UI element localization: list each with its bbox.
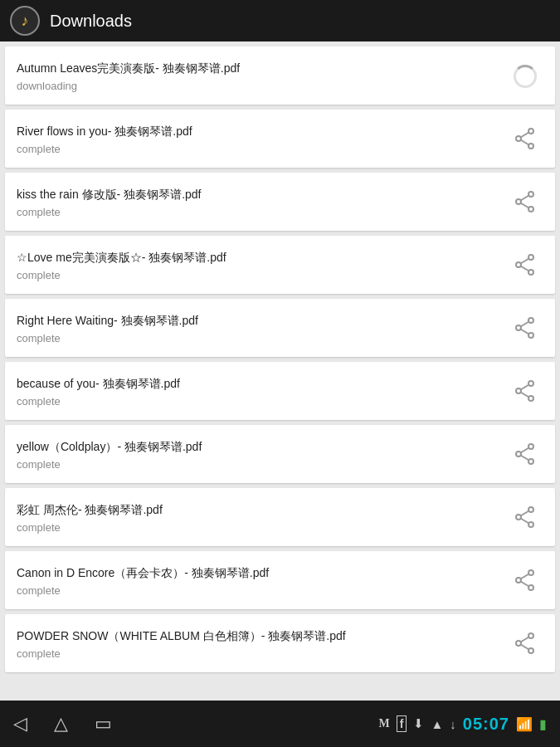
svg-line-8 xyxy=(521,195,529,200)
svg-point-6 xyxy=(528,207,533,212)
list-item: yellow（Coldplay）- 独奏钢琴谱.pdfcomplete xyxy=(5,425,555,483)
svg-point-11 xyxy=(528,270,533,275)
download-indicator-icon: ⬇ xyxy=(413,716,424,731)
list-item: ☆Love me完美演奏版☆- 独奏钢琴谱.pdfcomplete xyxy=(5,236,555,294)
svg-point-31 xyxy=(528,522,533,527)
facebook-icon: f xyxy=(397,715,407,732)
item-status: complete xyxy=(17,395,507,408)
item-status: complete xyxy=(17,143,507,155)
item-filename: because of you- 独奏钢琴谱.pdf xyxy=(17,376,507,393)
list-item: River flows in you- 独奏钢琴谱.pdfcomplete xyxy=(5,110,555,168)
item-filename: Canon in D Encore（再会卡农）- 独奏钢琴谱.pdf xyxy=(17,565,507,582)
mail-icon: M xyxy=(379,717,390,730)
item-status: complete xyxy=(17,332,507,344)
svg-point-41 xyxy=(528,648,533,653)
svg-point-12 xyxy=(516,262,521,267)
app-icon: ♪ xyxy=(10,6,40,36)
svg-point-27 xyxy=(516,452,521,456)
item-status: complete xyxy=(17,521,507,534)
bottom-bar: ◁ △ ▭ M f ⬇ ▲ ↓ 05:07 📶 ▮ xyxy=(0,701,560,747)
svg-point-20 xyxy=(528,381,533,386)
svg-point-15 xyxy=(528,318,533,323)
svg-point-36 xyxy=(528,585,533,590)
item-filename: River flows in you- 独奏钢琴谱.pdf xyxy=(17,124,507,140)
alert-icon: ▲ xyxy=(431,717,443,731)
svg-line-24 xyxy=(521,392,529,397)
nav-icons: ◁ △ ▭ xyxy=(13,713,112,735)
list-item: Right Here Waiting- 独奏钢琴谱.pdfcomplete xyxy=(5,299,555,357)
list-item: POWDER SNOW（WHITE ALBUM 白色相簿）- 独奏钢琴谱.pdf… xyxy=(5,614,555,672)
wifi-icon: 📶 xyxy=(516,716,533,732)
svg-line-39 xyxy=(521,581,529,586)
svg-line-28 xyxy=(521,447,529,452)
svg-line-4 xyxy=(521,139,529,144)
top-bar: ♪ Downloads xyxy=(0,0,560,42)
svg-point-25 xyxy=(528,444,533,449)
battery-icon: ▮ xyxy=(539,716,547,732)
svg-line-44 xyxy=(521,644,529,649)
svg-point-22 xyxy=(516,388,521,393)
share-button[interactable] xyxy=(514,443,536,467)
item-status: complete xyxy=(17,458,507,471)
share-button[interactable] xyxy=(514,506,536,530)
list-item: 彩虹 周杰伦- 独奏钢琴谱.pdfcomplete xyxy=(5,488,555,546)
download-spinner xyxy=(514,65,537,88)
time-display: 05:07 xyxy=(463,715,509,734)
svg-point-16 xyxy=(528,333,533,338)
svg-point-32 xyxy=(516,515,521,520)
svg-line-14 xyxy=(521,266,529,271)
svg-point-42 xyxy=(516,641,521,646)
svg-line-13 xyxy=(521,258,529,263)
svg-point-1 xyxy=(528,144,533,149)
svg-line-9 xyxy=(521,203,529,208)
item-filename: 彩虹 周杰伦- 独奏钢琴谱.pdf xyxy=(17,502,507,519)
svg-point-5 xyxy=(528,192,533,197)
share-button[interactable] xyxy=(514,254,536,278)
svg-point-7 xyxy=(516,199,521,204)
recents-button[interactable]: ▭ xyxy=(95,713,112,735)
svg-line-38 xyxy=(521,574,529,579)
share-button[interactable] xyxy=(514,191,536,215)
list-item: because of you- 独奏钢琴谱.pdfcomplete xyxy=(5,362,555,420)
download-icon: ↓ xyxy=(450,717,456,731)
svg-point-35 xyxy=(528,570,533,575)
list-item: kiss the rain 修改版- 独奏钢琴谱.pdfcomplete xyxy=(5,173,555,231)
svg-point-0 xyxy=(528,129,533,134)
share-button[interactable] xyxy=(514,380,536,404)
svg-line-18 xyxy=(521,321,529,326)
share-button[interactable] xyxy=(514,632,536,657)
svg-point-37 xyxy=(516,578,521,583)
svg-point-26 xyxy=(528,459,533,464)
app-title: Downloads xyxy=(50,12,132,31)
item-status: complete xyxy=(17,647,507,660)
item-filename: ☆Love me完美演奏版☆- 独奏钢琴谱.pdf xyxy=(17,250,507,266)
item-filename: Right Here Waiting- 独奏钢琴谱.pdf xyxy=(17,313,507,330)
svg-point-40 xyxy=(528,633,533,638)
list-item: Autumn Leaves完美演奏版- 独奏钢琴谱.pdfdownloading xyxy=(5,46,555,105)
item-status: complete xyxy=(17,269,507,281)
svg-line-33 xyxy=(521,510,529,515)
home-button[interactable]: △ xyxy=(54,713,68,735)
item-filename: yellow（Coldplay）- 独奏钢琴谱.pdf xyxy=(17,439,507,456)
svg-line-19 xyxy=(521,329,529,334)
share-button[interactable] xyxy=(514,569,536,593)
svg-line-29 xyxy=(521,455,529,460)
status-icons-group: M f ⬇ ▲ ↓ 05:07 📶 ▮ xyxy=(379,715,547,734)
back-button[interactable]: ◁ xyxy=(13,713,27,735)
item-status: complete xyxy=(17,584,507,597)
svg-line-3 xyxy=(521,132,529,137)
item-filename: kiss the rain 修改版- 独奏钢琴谱.pdf xyxy=(17,187,507,203)
svg-point-30 xyxy=(528,507,533,512)
svg-point-17 xyxy=(516,325,521,330)
svg-point-10 xyxy=(528,255,533,260)
item-status: complete xyxy=(17,206,507,218)
share-button[interactable] xyxy=(514,317,536,341)
item-filename: POWDER SNOW（WHITE ALBUM 白色相簿）- 独奏钢琴谱.pdf xyxy=(17,628,507,645)
share-button[interactable] xyxy=(514,128,536,152)
list-item: Canon in D Encore（再会卡农）- 独奏钢琴谱.pdfcomple… xyxy=(5,551,555,609)
svg-line-43 xyxy=(521,637,529,642)
svg-line-34 xyxy=(521,518,529,523)
content-area: Autumn Leaves完美演奏版- 独奏钢琴谱.pdfdownloading… xyxy=(0,42,560,701)
svg-line-23 xyxy=(521,384,529,389)
svg-point-21 xyxy=(528,396,533,401)
